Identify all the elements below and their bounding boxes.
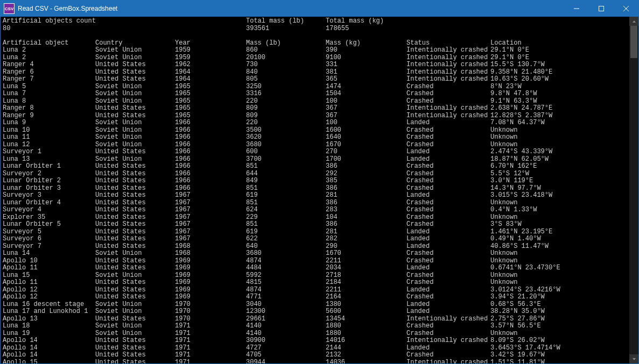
close-button[interactable] [614, 1, 638, 17]
table-cell-1: United States [95, 337, 175, 345]
table-cell-5: Landed [406, 229, 490, 236]
chevron-up-icon [632, 19, 636, 24]
table-cell-0: Apollo 11 [3, 265, 95, 272]
summary-value-cell-4: 178655 [326, 25, 406, 33]
vertical-scrollbar[interactable] [629, 17, 638, 363]
close-icon [623, 6, 629, 11]
table-cell-5: Crashed [406, 177, 490, 185]
table-cell-0: Explorer 35 [3, 214, 95, 222]
table-cell-3: 4727 [246, 345, 326, 352]
summary-value-cell-6 [490, 25, 627, 33]
table-cell-0: Apollo 11 [3, 279, 95, 287]
table-cell-4: 292 [326, 170, 406, 178]
table-cell-6: 2.75°S 27.86°W [490, 316, 627, 323]
table-cell-5: Crashed [406, 352, 490, 359]
maximize-button[interactable] [589, 1, 614, 17]
table-cell-6: 29.1°N 0°E [490, 47, 627, 54]
table-row: Luna 2Soviet Union1959860390Intentionall… [3, 47, 627, 54]
table-cell-3: 3700 [246, 156, 326, 163]
table-cell-1: Soviet Union [95, 156, 175, 163]
titlebar[interactable]: CSV Read CSV - GemBox.Spreadsheet [1, 1, 638, 17]
table-row: Luna 10Soviet Union196635001600CrashedUn… [3, 127, 627, 134]
table-cell-6: Unknown [490, 199, 627, 207]
app-icon: CSV [4, 3, 15, 14]
table-cell-4: 2034 [326, 265, 406, 272]
table-cell-1: United States [95, 148, 175, 156]
table-cell-0: Luna 12 [3, 141, 95, 149]
table-cell-4: 1600 [326, 127, 406, 134]
table-cell-3: 3316 [246, 90, 326, 98]
table-row: Luna 8Soviet Union1965220100Crashed9.1°N… [3, 98, 627, 105]
table-cell-0: Lunar Orbiter 4 [3, 199, 95, 207]
table-cell-0: Luna 11 [3, 134, 95, 141]
table-cell-3: 840 [246, 69, 326, 76]
console-output: Artificial objects countTotal mass (lb)T… [1, 17, 629, 363]
svg-marker-5 [633, 358, 636, 360]
table-cell-3: 30944 [246, 359, 326, 364]
table-cell-0: Apollo 14 [3, 345, 95, 352]
table-cell-3: 644 [246, 170, 326, 178]
scroll-up-button[interactable] [629, 17, 638, 26]
table-cell-6: Unknown [490, 127, 627, 134]
column-header-cell-6: Location [490, 40, 627, 47]
scrollbar-thumb[interactable] [630, 26, 637, 58]
table-cell-0: Luna 15 [3, 272, 95, 280]
table-cell-3: 624 [246, 206, 326, 214]
table-cell-4: 2211 [326, 258, 406, 265]
table-cell-1: United States [95, 229, 175, 236]
table-cell-0: Ranger 6 [3, 69, 95, 76]
table-row: Lunar Orbiter 1United States1966851386Cr… [3, 163, 627, 170]
scroll-down-button[interactable] [629, 354, 638, 363]
table-cell-6: 18.87°N 62.05°W [490, 156, 627, 163]
table-cell-6: 8°N 23°W [490, 83, 627, 91]
table-cell-2: 1966 [175, 148, 246, 156]
table-cell-0: Luna 17 and Lunokhod 1 [3, 308, 95, 316]
table-cell-3: 220 [246, 98, 326, 105]
table-cell-4: 270 [326, 148, 406, 156]
table-cell-5: Crashed [406, 250, 490, 258]
table-cell-5: Landed [406, 301, 490, 309]
table-cell-1: Soviet Union [95, 127, 175, 134]
table-cell-0: Surveyor 2 [3, 170, 95, 178]
table-row: Surveyor 2United States1966644292Crashed… [3, 170, 627, 178]
table-cell-6: 3.0°N 119°E [490, 177, 627, 185]
table-cell-1: Soviet Union [95, 98, 175, 105]
table-cell-0: Lunar Orbiter 5 [3, 221, 95, 229]
table-cell-2: 1970 [175, 301, 246, 309]
table-cell-6: Unknown [490, 214, 627, 222]
summary-header-cell-0: Artificial objects count [3, 18, 95, 25]
table-cell-4: 1670 [326, 250, 406, 258]
table-cell-4: 1880 [326, 330, 406, 338]
table-cell-2: 1970 [175, 308, 246, 316]
minimize-button[interactable] [564, 1, 589, 17]
table-cell-4: 290 [326, 243, 406, 251]
table-cell-3: 4140 [246, 330, 326, 338]
svg-marker-4 [633, 20, 636, 23]
scrollbar-track[interactable] [629, 26, 638, 354]
table-cell-4: 1504 [326, 90, 406, 98]
table-cell-2: 1969 [175, 287, 246, 294]
table-cell-4: 282 [326, 235, 406, 243]
column-header-row: Artificial objectCountryYearMass (lb)Mas… [3, 40, 627, 47]
table-cell-2: 1962 [175, 61, 246, 69]
table-cell-2: 1968 [175, 250, 246, 258]
table-row: Surveyor 5United States1967619281Landed1… [3, 229, 627, 236]
table-cell-0: Surveyor 1 [3, 148, 95, 156]
table-row: Apollo 14United States197147052132Crashe… [3, 352, 627, 359]
table-row: Luna 15Soviet Union196959922718CrashedUn… [3, 272, 627, 280]
table-cell-3: 3680 [246, 250, 326, 258]
table-cell-1: United States [95, 352, 175, 359]
table-cell-4: 1670 [326, 141, 406, 149]
table-cell-5: Intentionally crashed [406, 337, 490, 345]
table-cell-4: 14016 [326, 337, 406, 345]
table-row: Surveyor 4United States1967624283Crashed… [3, 206, 627, 214]
table-cell-0: Apollo 12 [3, 294, 95, 301]
table-cell-0: Apollo 14 [3, 337, 95, 345]
table-cell-1: United States [95, 163, 175, 170]
table-cell-6: Unknown [490, 250, 627, 258]
table-cell-5: Crashed [406, 163, 490, 170]
table-cell-2: 1965 [175, 83, 246, 91]
table-cell-3: 809 [246, 112, 326, 120]
table-row: Apollo 10United States196948742211Crashe… [3, 258, 627, 265]
table-cell-3: 640 [246, 243, 326, 251]
